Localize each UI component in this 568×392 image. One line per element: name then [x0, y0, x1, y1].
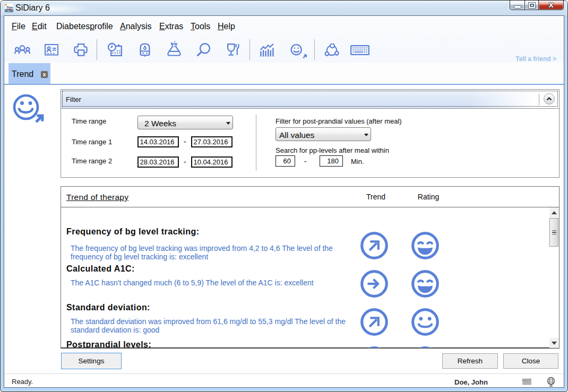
svg-text:Diary: Diary — [7, 5, 13, 9]
